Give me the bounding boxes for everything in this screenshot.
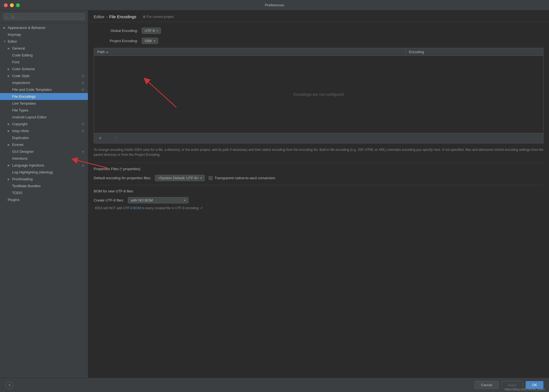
sidebar-item-label: Live Templates xyxy=(12,101,85,105)
chevron-icon: ▶ xyxy=(8,74,12,77)
global-encoding-row: Global Encoding: UTF-8 ▾ xyxy=(94,28,543,34)
sidebar-item-file-types[interactable]: File Types xyxy=(0,107,88,114)
bom-dropdown-arrow: ▾ xyxy=(184,199,185,202)
table-col-encoding: Encoding xyxy=(405,48,543,56)
sidebar-item-todo[interactable]: TODO xyxy=(0,189,88,196)
sidebar-item-plugins[interactable]: Plugins xyxy=(0,196,88,203)
sidebar-item-appearance-behavior[interactable]: ▶Appearance & Behavior xyxy=(0,24,88,31)
sidebar-item-code-editing[interactable]: Code Editing xyxy=(0,52,88,59)
project-icon: 🖥 xyxy=(142,15,146,19)
sidebar-item-duplicates[interactable]: Duplicates xyxy=(0,134,88,141)
sidebar-item-intentions[interactable]: Intentions xyxy=(0,155,88,162)
sidebar-item-label: Code Editing xyxy=(12,53,85,57)
copy-icon: ⎘ xyxy=(79,88,84,91)
content-header: Editor › File Encodings 🖥 For current pr… xyxy=(88,10,549,22)
remove-encoding-button[interactable]: − xyxy=(105,135,111,141)
for-project: 🖥 For current project xyxy=(142,15,174,19)
sidebar-item-code-style[interactable]: ▶Code Style⎘ xyxy=(0,72,88,79)
sidebar-item-label: Plugins xyxy=(8,198,85,202)
project-encoding-dropdown[interactable]: GBK ▾ xyxy=(142,38,158,44)
transparent-label: Transparent native-to-ascii conversion xyxy=(215,176,275,180)
search-icon: ⌕ xyxy=(6,15,7,19)
chevron-icon: ▼ xyxy=(3,40,8,43)
copy-icon: ⎘ xyxy=(79,150,84,153)
sidebar-item-live-templates[interactable]: Live Templates xyxy=(0,100,88,107)
sidebar-item-label: GUI Designer xyxy=(12,149,79,154)
global-encoding-label: Global Encoding: xyxy=(94,29,138,33)
sidebar-item-font[interactable]: Font xyxy=(0,59,88,66)
sidebar-item-textmate-bundles[interactable]: TextMate Bundles xyxy=(0,183,88,189)
breadcrumb: Editor › File Encodings xyxy=(94,14,136,19)
content-body: Global Encoding: UTF-8 ▾ Project Encodin… xyxy=(88,22,549,378)
breadcrumb-separator: › xyxy=(106,14,107,19)
sidebar-item-copyright[interactable]: ▶Copyright⎘ xyxy=(0,121,88,127)
maximize-button[interactable] xyxy=(16,3,20,7)
encoding-table: Path ▲ Encoding Encodings are not config… xyxy=(94,48,543,143)
sidebar-item-color-scheme[interactable]: ▶Color Scheme xyxy=(0,66,88,72)
sidebar-item-label: Inlay Hints xyxy=(12,129,79,133)
sidebar-item-log-highlighting[interactable]: Log Highlighting (Ideolog) xyxy=(0,169,88,176)
sidebar-item-proofreading[interactable]: ▶Proofreading xyxy=(0,176,88,183)
sidebar-item-android-layout-editor[interactable]: Android Layout Editor xyxy=(0,114,88,121)
for-project-label: For current project xyxy=(147,15,174,19)
sidebar-item-inspections[interactable]: Inspections⎘ xyxy=(0,79,88,86)
default-encoding-row: Default encoding for properties files: <… xyxy=(94,175,543,181)
sidebar-item-label: Intentions xyxy=(12,156,85,160)
chevron-icon: ▶ xyxy=(8,178,12,181)
sidebar-item-emmet[interactable]: ▶Emmet xyxy=(0,141,88,148)
sidebar-item-language-injections[interactable]: ▶Language Injections⎘ xyxy=(0,162,88,169)
sidebar-item-keymap[interactable]: Keymap xyxy=(0,31,88,38)
sidebar-item-gui-designer[interactable]: GUI Designer⎘ xyxy=(0,148,88,155)
default-encoding-value: <System Default: UTF-8> xyxy=(158,176,198,180)
sidebar-item-general[interactable]: ▶General xyxy=(0,45,88,52)
search-input[interactable] xyxy=(3,13,85,20)
transparent-checkbox[interactable] xyxy=(209,176,212,180)
cancel-button[interactable]: Cancel xyxy=(475,381,498,389)
bom-row: Create UTF-8 files: with NO BOM ▾ xyxy=(94,197,543,203)
sidebar: ⌕ ▶Appearance & Behavior Keymap▼Editor▶G… xyxy=(0,10,88,378)
project-encoding-row: Project Encoding: GBK ▾ xyxy=(94,38,543,44)
copy-icon: ⎘ xyxy=(79,95,84,98)
sidebar-item-file-code-templates[interactable]: File and Code Templates⎘ xyxy=(0,86,88,93)
copy-icon: ⎘ xyxy=(79,122,84,126)
section-divider xyxy=(94,163,543,163)
close-button[interactable] xyxy=(4,3,8,7)
add-encoding-button[interactable]: + xyxy=(97,135,103,141)
sidebar-item-file-encodings[interactable]: File Encodings⎘ xyxy=(0,93,88,100)
create-utf8-dropdown[interactable]: with NO BOM ▾ xyxy=(128,197,189,203)
sidebar-item-label: Code Style xyxy=(12,74,79,78)
sidebar-item-label: TODO xyxy=(12,191,85,195)
copy-icon: ⎘ xyxy=(79,81,84,85)
idea-note-2: to every created file in UTF-8 encoding … xyxy=(141,206,202,210)
sidebar-item-label: Inspections xyxy=(12,81,79,85)
sidebar-item-editor[interactable]: ▼Editor xyxy=(0,38,88,45)
create-utf8-label: Create UTF-8 files: xyxy=(94,198,124,202)
help-button[interactable]: ? xyxy=(6,382,13,389)
chevron-icon: ▶ xyxy=(8,164,12,167)
minimize-button[interactable] xyxy=(10,3,14,7)
global-encoding-arrow: ▾ xyxy=(157,29,158,32)
chevron-icon: ▶ xyxy=(8,47,12,50)
sidebar-item-label: Keymap xyxy=(8,32,85,37)
edit-encoding-button[interactable]: ✎ xyxy=(112,135,119,141)
content-panel: Editor › File Encodings 🖥 For current pr… xyxy=(88,10,549,378)
idea-note: IDEA will NOT add UTF-8 BOM to every cre… xyxy=(95,206,543,210)
global-encoding-value: UTF-8 xyxy=(145,29,155,33)
chevron-icon: ▶ xyxy=(8,122,12,126)
default-encoding-dropdown[interactable]: <System Default: UTF-8> ▾ xyxy=(155,175,204,181)
global-encoding-dropdown[interactable]: UTF-8 ▾ xyxy=(142,28,161,34)
properties-section-title: Properties Files (*.properties) xyxy=(94,167,543,171)
table-col-path[interactable]: Path ▲ xyxy=(94,48,405,56)
project-encoding-value: GBK xyxy=(145,39,152,43)
default-encoding-label: Default encoding for properties files: xyxy=(94,176,151,180)
info-text: To change encoding IntelliJ IDEA uses fo… xyxy=(94,147,543,157)
sidebar-item-label: Proofreading xyxy=(12,177,85,181)
bom-divider xyxy=(94,185,543,185)
sidebar-item-label: Language Injections xyxy=(12,163,79,167)
sidebar-item-label: File Encodings xyxy=(12,94,79,99)
bom-section-title: BOM for new UTF-8 files xyxy=(94,189,543,193)
search-wrapper: ⌕ xyxy=(3,13,85,20)
sidebar-item-inlay-hints[interactable]: ▶Inlay Hints⎘ xyxy=(0,127,88,134)
utf8-bom-link[interactable]: UTF-8 BOM xyxy=(123,206,141,210)
sidebar-item-label: Color Scheme xyxy=(12,67,85,71)
